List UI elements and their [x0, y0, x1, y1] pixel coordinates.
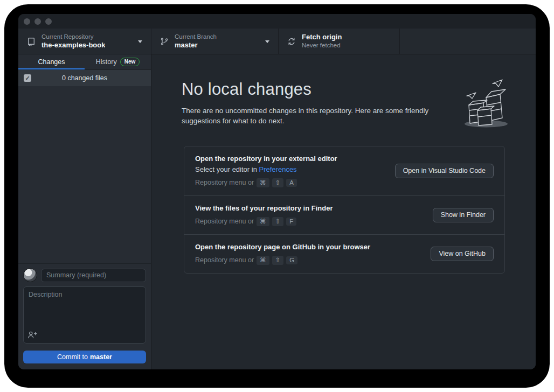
- command-key: ⌘: [257, 178, 269, 187]
- tab-history-label: History: [96, 58, 117, 66]
- description-wrap: [23, 286, 146, 344]
- current-branch-dropdown[interactable]: Current Branch master: [151, 29, 279, 54]
- suggestion-open-editor: Open the repository in your external edi…: [184, 146, 504, 195]
- suggestion-title: Open the repository in your external edi…: [195, 155, 386, 163]
- minimize-button[interactable]: [34, 18, 41, 25]
- zoom-button[interactable]: [45, 18, 52, 25]
- letter-key: A: [286, 179, 297, 187]
- commit-form: Commit to master: [18, 263, 151, 369]
- commit-button-branch: master: [90, 353, 112, 361]
- sidebar-tabs: Changes History New: [18, 54, 151, 70]
- tab-changes[interactable]: Changes: [18, 54, 85, 70]
- show-in-finder-button[interactable]: Show in Finder: [433, 208, 494, 222]
- commit-summary-input[interactable]: [41, 269, 146, 282]
- editor-hint-text: Select your editor in: [195, 165, 259, 173]
- branch-name: master: [175, 41, 217, 50]
- add-coauthor-icon[interactable]: [27, 331, 37, 339]
- suggestion-text: Open the repository page on GitHub in yo…: [195, 243, 422, 265]
- chevron-down-icon: [138, 40, 142, 43]
- fetch-title: Fetch origin: [302, 33, 342, 41]
- suggestion-title: Open the repository page on GitHub in yo…: [195, 243, 422, 251]
- paper-plane-icon: [493, 80, 502, 87]
- letter-key: F: [286, 218, 296, 226]
- close-button[interactable]: [24, 18, 30, 25]
- suggestion-show-finder: View the files of your repository in Fin…: [184, 195, 504, 234]
- toolbar-spacer: [400, 29, 536, 54]
- branch-label: Current Branch: [175, 33, 217, 40]
- shift-key: ⇧: [272, 178, 284, 187]
- suggestion-text: Open the repository in your external edi…: [195, 155, 386, 187]
- suggestions-panel: Open the repository in your external edi…: [184, 146, 505, 274]
- suggestion-text: View the files of your repository in Fin…: [195, 204, 424, 226]
- page-subtitle: There are no uncommitted changes in this…: [182, 106, 461, 127]
- suggestion-title: View the files of your repository in Fin…: [195, 204, 424, 212]
- changed-files-count: 0 changed files: [62, 74, 107, 82]
- window-body: Changes History New ✓ 0 changed files: [18, 54, 536, 369]
- shortcut-hint: Repository menu or ⌘ ⇧ A: [195, 178, 386, 187]
- macos-titlebar: [18, 14, 536, 29]
- changes-file-list[interactable]: [18, 86, 151, 263]
- shortcut-prefix: Repository menu or: [195, 218, 254, 225]
- toolbar: Current Repository the-examples-book: [18, 29, 536, 54]
- repository-text: Current Repository the-examples-book: [41, 33, 105, 50]
- command-key: ⌘: [257, 256, 269, 265]
- chevron-down-icon: [265, 40, 269, 43]
- user-avatar: [23, 268, 37, 282]
- repository-name: the-examples-book: [41, 41, 105, 50]
- sync-icon: [287, 37, 296, 46]
- shortcut-hint: Repository menu or ⌘ ⇧ G: [195, 256, 422, 265]
- select-all-checkbox[interactable]: ✓: [24, 74, 31, 82]
- git-branch-icon: [160, 37, 169, 46]
- branch-text: Current Branch master: [175, 33, 217, 50]
- letter-key: G: [286, 256, 297, 264]
- paper-plane-icon: [467, 93, 476, 99]
- commit-description-input[interactable]: [23, 286, 146, 344]
- new-badge: New: [120, 58, 140, 66]
- suggestion-view-github: Open the repository page on GitHub in yo…: [184, 234, 504, 273]
- sidebar: Changes History New ✓ 0 changed files: [18, 54, 151, 369]
- command-key: ⌘: [257, 217, 269, 226]
- screenshot-stage: Current Repository the-examples-book: [0, 0, 554, 392]
- view-on-github-button[interactable]: View on GitHub: [431, 247, 494, 261]
- current-repository-dropdown[interactable]: Current Repository the-examples-book: [18, 29, 151, 54]
- shift-key: ⇧: [272, 217, 284, 226]
- repository-label: Current Repository: [41, 33, 105, 40]
- tab-changes-label: Changes: [38, 58, 65, 66]
- open-in-editor-button[interactable]: Open in Visual Studio Code: [395, 164, 494, 178]
- shortcut-hint: Repository menu or ⌘ ⇧ F: [195, 217, 424, 226]
- no-changes-illustration: [458, 78, 510, 129]
- shortcut-prefix: Repository menu or: [195, 179, 254, 186]
- fetch-subtitle: Never fetched: [302, 41, 342, 49]
- github-desktop-window: Current Repository the-examples-book: [18, 14, 536, 369]
- summary-row: [23, 268, 146, 282]
- shift-key: ⇧: [272, 256, 284, 265]
- changed-files-header: ✓ 0 changed files: [18, 70, 151, 86]
- repo-icon: [27, 37, 36, 46]
- preferences-link[interactable]: Preferences: [259, 165, 297, 173]
- main-content: No local changes There are no uncommitte…: [151, 54, 536, 369]
- commit-button[interactable]: Commit to master: [23, 351, 146, 363]
- tab-history[interactable]: History New: [85, 54, 151, 70]
- fetch-text: Fetch origin Never fetched: [302, 33, 342, 50]
- commit-button-prefix: Commit to: [57, 353, 88, 361]
- suggestion-line2: Select your editor in Preferences: [195, 165, 386, 173]
- shortcut-prefix: Repository menu or: [195, 256, 254, 264]
- fetch-origin-button[interactable]: Fetch origin Never fetched: [279, 29, 400, 54]
